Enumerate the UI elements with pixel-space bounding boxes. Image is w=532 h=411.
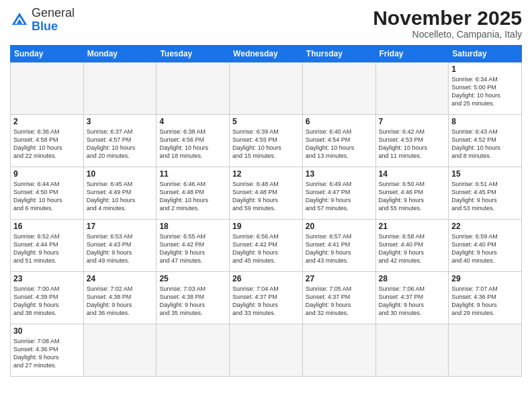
day-info: Sunrise: 6:59 AM Sunset: 4:40 PM Dayligh… [451,232,519,265]
header-thursday: Thursday [302,46,375,62]
day-number: 11 [159,169,226,179]
table-row: 25Sunrise: 7:03 AM Sunset: 4:38 PM Dayli… [157,272,230,324]
day-info: Sunrise: 6:45 AM Sunset: 4:49 PM Dayligh… [87,180,154,213]
day-number: 9 [13,169,81,179]
table-row [375,324,449,377]
header-saturday: Saturday [449,46,522,62]
calendar-row: 16Sunrise: 6:52 AM Sunset: 4:44 PM Dayli… [11,220,522,272]
day-number: 6 [306,117,373,126]
day-number: 1 [451,64,519,74]
table-row [157,62,230,115]
day-number: 7 [379,117,446,126]
header-sunday: Sunday [11,46,84,62]
table-row [83,62,157,115]
day-info: Sunrise: 6:49 AM Sunset: 4:47 PM Dayligh… [306,180,373,213]
day-info: Sunrise: 6:58 AM Sunset: 4:40 PM Dayligh… [379,232,446,265]
day-info: Sunrise: 6:40 AM Sunset: 4:54 PM Dayligh… [306,128,373,161]
table-row: 15Sunrise: 6:51 AM Sunset: 4:45 PM Dayli… [449,167,522,220]
day-info: Sunrise: 6:34 AM Sunset: 5:00 PM Dayligh… [451,75,519,108]
table-row: 16Sunrise: 6:52 AM Sunset: 4:44 PM Dayli… [11,220,84,272]
day-number: 12 [232,169,300,179]
day-info: Sunrise: 6:46 AM Sunset: 4:48 PM Dayligh… [159,180,226,213]
table-row: 24Sunrise: 7:02 AM Sunset: 4:38 PM Dayli… [83,272,157,324]
day-info: Sunrise: 6:55 AM Sunset: 4:42 PM Dayligh… [159,232,226,265]
calendar-table: Sunday Monday Tuesday Wednesday Thursday… [10,45,522,377]
table-row: 18Sunrise: 6:55 AM Sunset: 4:42 PM Dayli… [157,220,230,272]
table-row: 7Sunrise: 6:42 AM Sunset: 4:53 PM Daylig… [375,115,449,167]
table-row: 21Sunrise: 6:58 AM Sunset: 4:40 PM Dayli… [375,220,449,272]
day-number: 23 [13,274,81,283]
day-info: Sunrise: 7:06 AM Sunset: 4:37 PM Dayligh… [379,285,446,318]
day-info: Sunrise: 6:37 AM Sunset: 4:57 PM Dayligh… [87,128,154,161]
day-number: 18 [159,222,226,231]
table-row: 10Sunrise: 6:45 AM Sunset: 4:49 PM Dayli… [83,167,157,220]
day-info: Sunrise: 6:50 AM Sunset: 4:46 PM Dayligh… [379,180,446,213]
day-number: 8 [451,117,519,126]
day-number: 30 [13,326,81,336]
table-row: 22Sunrise: 6:59 AM Sunset: 4:40 PM Dayli… [449,220,522,272]
table-row [449,324,522,377]
table-row [302,62,375,115]
calendar-row: 30Sunrise: 7:08 AM Sunset: 4:36 PM Dayli… [11,324,522,377]
table-row: 8Sunrise: 6:43 AM Sunset: 4:52 PM Daylig… [449,115,522,167]
day-number: 26 [232,274,300,283]
table-row: 2Sunrise: 6:36 AM Sunset: 4:58 PM Daylig… [11,115,84,167]
header-monday: Monday [83,46,157,62]
day-info: Sunrise: 6:43 AM Sunset: 4:52 PM Dayligh… [451,128,519,161]
day-number: 2 [13,117,81,126]
day-number: 10 [87,169,154,179]
table-row: 12Sunrise: 6:48 AM Sunset: 4:48 PM Dayli… [230,167,303,220]
day-number: 22 [451,222,519,231]
day-info: Sunrise: 6:51 AM Sunset: 4:45 PM Dayligh… [451,180,519,213]
header-wednesday: Wednesday [230,46,303,62]
day-info: Sunrise: 6:53 AM Sunset: 4:43 PM Dayligh… [87,232,154,265]
calendar-row: 2Sunrise: 6:36 AM Sunset: 4:58 PM Daylig… [11,115,522,167]
day-info: Sunrise: 6:39 AM Sunset: 4:55 PM Dayligh… [232,128,300,161]
day-number: 27 [306,274,373,283]
table-row: 30Sunrise: 7:08 AM Sunset: 4:36 PM Dayli… [11,324,84,377]
day-info: Sunrise: 6:36 AM Sunset: 4:58 PM Dayligh… [13,128,81,161]
table-row: 19Sunrise: 6:56 AM Sunset: 4:42 PM Dayli… [230,220,303,272]
table-row: 1Sunrise: 6:34 AM Sunset: 5:00 PM Daylig… [449,62,522,115]
calendar-row: 23Sunrise: 7:00 AM Sunset: 4:39 PM Dayli… [11,272,522,324]
day-number: 28 [379,274,446,283]
day-number: 3 [87,117,154,126]
table-row [375,62,449,115]
table-row [230,324,303,377]
table-row [302,324,375,377]
day-info: Sunrise: 6:52 AM Sunset: 4:44 PM Dayligh… [13,232,81,265]
table-row: 4Sunrise: 6:38 AM Sunset: 4:56 PM Daylig… [157,115,230,167]
day-number: 19 [232,222,300,231]
day-number: 14 [379,169,446,179]
day-number: 16 [13,222,81,231]
logo-icon [10,11,29,30]
day-info: Sunrise: 7:00 AM Sunset: 4:39 PM Dayligh… [13,285,81,318]
day-number: 4 [159,117,226,126]
table-row [11,62,84,115]
header: GeneralBlue November 2025 Nocelleto, Cam… [10,7,522,40]
table-row: 26Sunrise: 7:04 AM Sunset: 4:37 PM Dayli… [230,272,303,324]
table-row: 14Sunrise: 6:50 AM Sunset: 4:46 PM Dayli… [375,167,449,220]
table-row: 11Sunrise: 6:46 AM Sunset: 4:48 PM Dayli… [157,167,230,220]
day-info: Sunrise: 6:57 AM Sunset: 4:41 PM Dayligh… [306,232,373,265]
table-row: 23Sunrise: 7:00 AM Sunset: 4:39 PM Dayli… [11,272,84,324]
table-row [230,62,303,115]
day-number: 20 [306,222,373,231]
table-row: 20Sunrise: 6:57 AM Sunset: 4:41 PM Dayli… [302,220,375,272]
table-row: 13Sunrise: 6:49 AM Sunset: 4:47 PM Dayli… [302,167,375,220]
day-number: 24 [87,274,154,283]
day-info: Sunrise: 6:44 AM Sunset: 4:50 PM Dayligh… [13,180,81,213]
day-info: Sunrise: 6:56 AM Sunset: 4:42 PM Dayligh… [232,232,300,265]
table-row: 6Sunrise: 6:40 AM Sunset: 4:54 PM Daylig… [302,115,375,167]
page: GeneralBlue November 2025 Nocelleto, Cam… [0,0,532,411]
weekday-header-row: Sunday Monday Tuesday Wednesday Thursday… [11,46,522,62]
title-block: November 2025 Nocelleto, Campania, Italy [373,7,522,40]
day-info: Sunrise: 7:04 AM Sunset: 4:37 PM Dayligh… [232,285,300,318]
day-info: Sunrise: 7:05 AM Sunset: 4:37 PM Dayligh… [306,285,373,318]
calendar-subtitle: Nocelleto, Campania, Italy [373,29,522,40]
day-info: Sunrise: 6:48 AM Sunset: 4:48 PM Dayligh… [232,180,300,213]
table-row: 29Sunrise: 7:07 AM Sunset: 4:36 PM Dayli… [449,272,522,324]
day-info: Sunrise: 7:03 AM Sunset: 4:38 PM Dayligh… [159,285,226,318]
day-number: 25 [159,274,226,283]
day-number: 21 [379,222,446,231]
